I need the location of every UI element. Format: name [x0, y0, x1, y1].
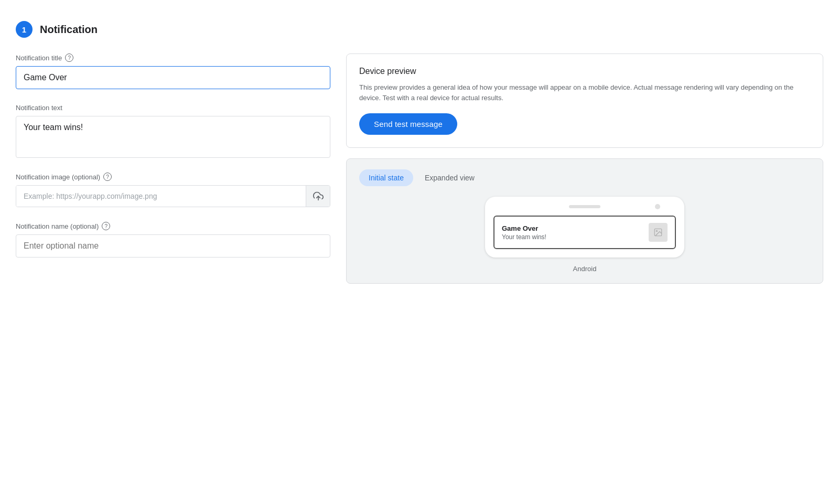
notification-title-help-icon[interactable]: ? — [65, 53, 73, 62]
tab-initial-state[interactable]: Initial state — [359, 169, 413, 186]
preview-tabs-card: Initial state Expanded view Game Over Yo… — [346, 158, 823, 284]
upload-image-button[interactable] — [306, 186, 330, 207]
svg-point-2 — [656, 230, 657, 231]
notification-name-help-icon[interactable]: ? — [102, 222, 110, 230]
notification-image-input-row — [16, 185, 330, 207]
main-layout: Notification title ? Notification text Y… — [16, 53, 823, 284]
page-container: 1 Notification Notification title ? Noti… — [0, 0, 839, 504]
notification-title-input[interactable] — [16, 66, 330, 89]
phone-camera — [655, 204, 660, 209]
notification-name-label: Notification name (optional) ? — [16, 222, 330, 230]
notification-name-input[interactable] — [16, 234, 330, 258]
android-label: Android — [359, 265, 810, 273]
section-header: 1 Notification — [16, 21, 823, 38]
notification-title-group: Notification title ? — [16, 53, 330, 89]
left-panel: Notification title ? Notification text Y… — [16, 53, 330, 258]
notification-text-group: Notification text Your team wins! — [16, 104, 330, 158]
notification-image-input[interactable] — [16, 186, 306, 207]
device-preview-description: This preview provides a general idea of … — [359, 82, 810, 103]
notification-image-label: Notification image (optional) ? — [16, 173, 330, 181]
phone-speaker — [569, 205, 600, 208]
upload-icon — [313, 191, 324, 201]
notification-image-help-icon[interactable]: ? — [103, 173, 112, 181]
device-preview-card: Device preview This preview provides a g… — [346, 53, 823, 148]
notification-preview-title: Game Over — [502, 224, 643, 232]
device-preview-title: Device preview — [359, 67, 810, 76]
notification-preview-card: Game Over Your team wins! — [493, 216, 676, 249]
send-test-message-button[interactable]: Send test message — [359, 113, 457, 135]
notification-preview-body: Your team wins! — [502, 233, 643, 241]
notification-image-placeholder — [649, 223, 668, 242]
notification-text-block: Game Over Your team wins! — [502, 224, 643, 241]
section-title: Notification — [40, 24, 98, 36]
notification-image-group: Notification image (optional) ? — [16, 173, 330, 207]
notification-title-label: Notification title ? — [16, 53, 330, 62]
image-placeholder-icon — [653, 228, 663, 237]
phone-mockup: Game Over Your team wins! — [485, 197, 684, 258]
notification-text-input[interactable]: Your team wins! — [16, 116, 330, 158]
notification-text-label: Notification text — [16, 104, 330, 112]
step-badge: 1 — [16, 21, 33, 38]
preview-tabs: Initial state Expanded view — [359, 169, 810, 186]
notification-name-group: Notification name (optional) ? — [16, 222, 330, 258]
tab-expanded-view[interactable]: Expanded view — [415, 169, 484, 186]
phone-top-bar — [493, 205, 676, 208]
right-panel: Device preview This preview provides a g… — [346, 53, 823, 284]
